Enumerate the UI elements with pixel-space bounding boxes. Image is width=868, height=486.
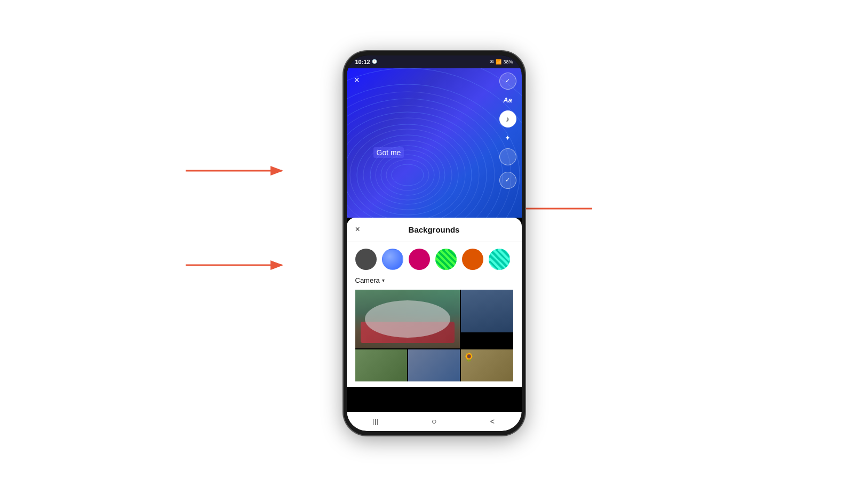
svg-point-7 [381, 155, 434, 195]
music-button[interactable]: ♪ [499, 110, 516, 128]
home-nav-button[interactable]: ○ [425, 413, 442, 430]
swatch-orange[interactable] [462, 249, 483, 270]
right-controls: ✓ Aa ♪ ✦ ✓ [499, 73, 516, 189]
swatch-teal-stripe[interactable] [489, 249, 510, 270]
panel-header: × Backgrounds [355, 225, 513, 234]
svg-point-9 [357, 135, 458, 215]
camera-label: Camera [355, 276, 380, 284]
photo-bottom-1[interactable] [355, 349, 407, 381]
status-bar: 10:12 🕐 ✉ 📶 38% [347, 55, 522, 68]
back-nav-button[interactable]: < [484, 413, 501, 430]
swatch-green-stripe[interactable] [435, 249, 457, 270]
photo-bottom-2[interactable] [408, 349, 460, 381]
swatch-dark-gray[interactable] [355, 249, 377, 270]
photo-side[interactable] [461, 290, 513, 332]
svg-point-10 [347, 124, 472, 218]
status-icons: ✉ 📶 38% [490, 59, 513, 65]
bottom-navigation: ||| ○ < [347, 412, 522, 431]
photo-bottom-3[interactable]: 🌻 [461, 349, 513, 381]
sticker-button[interactable]: ✓ [499, 73, 516, 90]
svg-point-20 [347, 118, 479, 218]
panel-divider [347, 242, 522, 242]
story-text-overlay[interactable]: Got me [373, 147, 404, 158]
oval-blur-overlay [365, 300, 450, 338]
svg-point-11 [347, 112, 487, 218]
panel-close-button[interactable]: × [355, 225, 360, 234]
story-close-button[interactable]: × [354, 75, 360, 86]
sparkle-button[interactable]: ✦ [505, 134, 511, 142]
check-button[interactable]: ✓ [499, 172, 516, 189]
photo-main[interactable] [355, 290, 460, 348]
svg-point-6 [392, 164, 424, 186]
photo-grid: 🌻 [355, 290, 513, 381]
story-editor: × ✓ Aa ♪ ✦ ✓ [347, 68, 522, 412]
camera-dropdown[interactable]: Camera ▾ [355, 276, 513, 284]
arrow-camera [186, 252, 298, 284]
text-button[interactable]: Aa [503, 96, 512, 104]
panel-title: Backgrounds [409, 225, 460, 234]
phone-mockup: 10:12 🕐 ✉ 📶 38% [344, 51, 525, 435]
swatch-blue[interactable] [382, 249, 403, 270]
status-time: 10:12 🕐 [355, 59, 377, 65]
chevron-down-icon: ▾ [382, 277, 385, 283]
swatch-magenta[interactable] [409, 249, 430, 270]
backgrounds-panel: × Backgrounds Camer [347, 218, 522, 387]
color-swatches-row [355, 249, 513, 270]
menu-nav-button[interactable]: ||| [367, 413, 384, 430]
story-background [347, 68, 522, 218]
arrow-got-me [186, 157, 298, 189]
svg-point-12 [347, 99, 503, 218]
circle-button[interactable] [499, 148, 516, 165]
phone-screen: 10:12 🕐 ✉ 📶 38% [347, 55, 522, 431]
phone-shell: 10:12 🕐 ✉ 📶 38% [344, 51, 525, 435]
